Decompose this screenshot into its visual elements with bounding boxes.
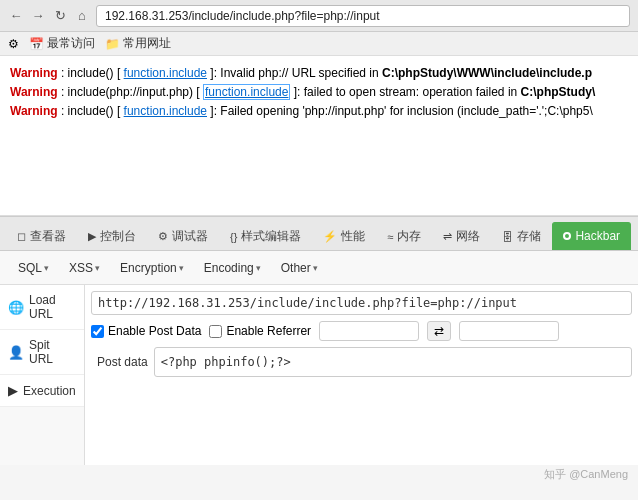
warning-line-3: Warning : include() [ function.include ]… [10, 102, 628, 121]
tab-performance[interactable]: ⚡ 性能 [312, 222, 376, 250]
network-icon: ⇌ [443, 230, 452, 243]
tab-console[interactable]: ▶ 控制台 [77, 222, 147, 250]
spit-url-icon: 👤 [8, 345, 24, 360]
load-url-icon: 🌐 [8, 300, 24, 315]
warning-label: Warning [10, 66, 58, 80]
style-icon: {} [230, 231, 237, 243]
transfer-button[interactable]: ⇄ [427, 321, 451, 341]
warning-label-2: Warning [10, 85, 58, 99]
home-button[interactable]: ⌂ [74, 8, 90, 24]
console-icon: ▶ [88, 230, 96, 243]
warning-link-3[interactable]: function.include [124, 104, 207, 118]
forward-button[interactable]: → [30, 8, 46, 24]
tab-network[interactable]: ⇌ 网络 [432, 222, 491, 250]
tab-storage[interactable]: 🗄 存储 [491, 222, 552, 250]
execution-button[interactable]: ▶ Execution [0, 375, 84, 407]
hackbar-dot-icon [563, 232, 571, 240]
warning-line-2: Warning : include(php://input.php) [ fun… [10, 83, 628, 102]
watermark: 知乎 @CanMeng [544, 467, 628, 482]
spit-url-button[interactable]: 👤 Spit URL [0, 330, 84, 375]
page-content: Warning : include() [ function.include ]… [0, 56, 638, 216]
browser-toolbar: ← → ↻ ⌂ [0, 0, 638, 32]
url-input[interactable] [91, 291, 632, 315]
inspector-icon: ◻ [17, 230, 26, 243]
warning-label-3: Warning [10, 104, 58, 118]
enable-referrer-label[interactable]: Enable Referrer [209, 324, 311, 338]
debugger-icon: ⚙ [158, 230, 168, 243]
back-button[interactable]: ← [8, 8, 24, 24]
warning-link-2[interactable]: function.include [203, 84, 290, 100]
bookmark-icon: 📅 [29, 37, 44, 51]
post-data-input[interactable] [154, 347, 632, 377]
menu-encryption[interactable]: Encryption ▾ [112, 258, 192, 278]
menu-encoding[interactable]: Encoding ▾ [196, 258, 269, 278]
menu-sql[interactable]: SQL ▾ [10, 258, 57, 278]
sql-arrow-icon: ▾ [44, 263, 49, 273]
hackbar-body: 🌐 Load URL 👤 Spit URL ▶ Execution [0, 285, 638, 465]
encoding-arrow-icon: ▾ [256, 263, 261, 273]
enable-referrer-checkbox[interactable] [209, 325, 222, 338]
tab-memory[interactable]: ≈ 内存 [376, 222, 432, 250]
memory-icon: ≈ [387, 231, 393, 243]
enable-post-checkbox[interactable] [91, 325, 104, 338]
other-arrow-icon: ▾ [313, 263, 318, 273]
hackbar-main: Enable Post Data Enable Referrer ⇄ Post … [85, 285, 638, 465]
tab-hackbar[interactable]: Hackbar [552, 222, 631, 250]
bookmark-frequent[interactable]: 📅 最常访问 [29, 35, 95, 52]
tab-debugger[interactable]: ⚙ 调试器 [147, 222, 219, 250]
folder-icon: 📁 [105, 37, 120, 51]
address-bar[interactable] [96, 5, 630, 27]
warning-link-1[interactable]: function.include [124, 66, 207, 80]
menu-xss[interactable]: XSS ▾ [61, 258, 108, 278]
devtools-tabs: ◻ 查看器 ▶ 控制台 ⚙ 调试器 {} 样式编辑器 ⚡ 性能 ≈ 内存 [0, 217, 638, 251]
bookmark-icon: ⚙ [8, 37, 19, 51]
xss-arrow-icon: ▾ [95, 263, 100, 273]
storage-icon: 🗄 [502, 231, 513, 243]
execution-icon: ▶ [8, 383, 18, 398]
refresh-button[interactable]: ↻ [52, 8, 68, 24]
menu-other[interactable]: Other ▾ [273, 258, 326, 278]
hackbar-content: SQL ▾ XSS ▾ Encryption ▾ Encoding ▾ Othe… [0, 251, 638, 465]
devtools-panel: ◻ 查看器 ▶ 控制台 ⚙ 调试器 {} 样式编辑器 ⚡ 性能 ≈ 内存 [0, 216, 638, 465]
hackbar-sidebar: 🌐 Load URL 👤 Spit URL ▶ Execution [0, 285, 85, 465]
post-data-label: Post data [91, 355, 148, 369]
bookmark-common[interactable]: 📁 常用网址 [105, 35, 171, 52]
hackbar-menu: SQL ▾ XSS ▾ Encryption ▾ Encoding ▾ Othe… [0, 251, 638, 285]
enable-post-label[interactable]: Enable Post Data [91, 324, 201, 338]
warning-line-1: Warning : include() [ function.include ]… [10, 64, 628, 83]
options-row: Enable Post Data Enable Referrer ⇄ [91, 321, 632, 341]
tab-style-editor[interactable]: {} 样式编辑器 [219, 222, 312, 250]
referrer-input[interactable] [319, 321, 419, 341]
bookmarks-bar: ⚙ 📅 最常访问 📁 常用网址 [0, 32, 638, 56]
load-url-button[interactable]: 🌐 Load URL [0, 285, 84, 330]
post-data-row: Post data [91, 347, 632, 377]
performance-icon: ⚡ [323, 230, 337, 243]
encryption-arrow-icon: ▾ [179, 263, 184, 273]
referrer-value-input[interactable] [459, 321, 559, 341]
tab-inspector[interactable]: ◻ 查看器 [6, 222, 77, 250]
